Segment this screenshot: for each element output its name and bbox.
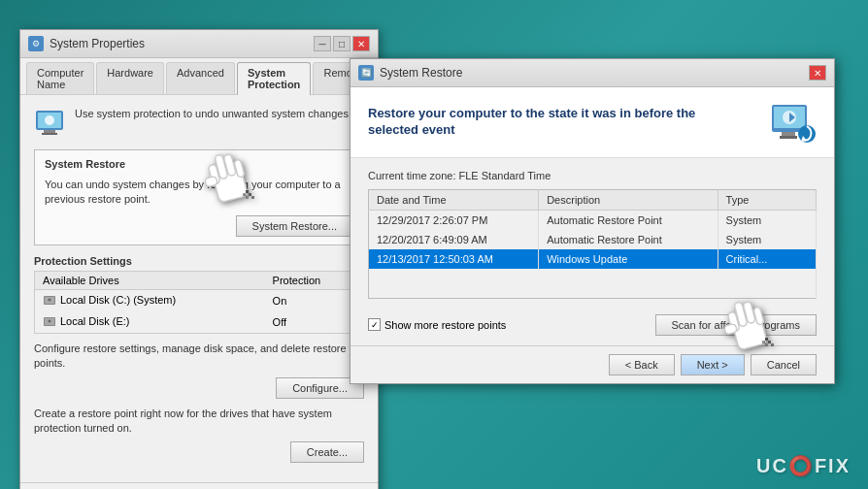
table-row[interactable]: Local Disk (E:) Off [35,311,364,334]
system-properties-title: ⚙ System Properties [28,36,145,51]
svg-point-10 [49,319,51,322]
sr-nav-buttons: < Back Next > Cancel [351,345,834,383]
tab-computer-name[interactable]: Computer Name [26,62,94,94]
svg-point-7 [49,298,51,301]
maximize-button[interactable]: □ [333,36,351,51]
col-type: Type [718,190,816,211]
tab-system-protection[interactable]: System Protection [237,62,312,95]
system-properties-content: Use system protection to undo unwanted s… [20,95,378,482]
drive-name-c: Local Disk (C:) (System) [35,289,265,311]
rp2-desc: Automatic Restore Point [539,230,718,249]
sr-content: Restore your computer to the state it wa… [351,87,834,345]
system-restore-window-icon: 🔄 [358,65,374,81]
create-text: Create a restore point right now for the… [34,407,364,437]
restore-point-row-2[interactable]: 12/20/2017 6:49:09 AM Automatic Restore … [369,230,817,249]
configure-text: Configure restore settings, manage disk … [34,342,364,372]
restore-point-empty-row [369,269,817,298]
scan-affected-button[interactable]: Scan for affected programs [655,314,817,336]
protection-settings: Protection Settings Available Drives Pro… [34,255,364,464]
system-properties-titlebar: ⚙ System Properties ─ □ ✕ [20,30,378,58]
tab-hardware[interactable]: Hardware [96,62,164,94]
watermark: UC⭕FIX [756,454,851,477]
sr-main-title: Restore your computer to the state it wa… [368,106,698,139]
back-button[interactable]: < Back [609,354,675,375]
svg-point-4 [45,115,54,125]
show-more-checkbox[interactable]: ✓ [368,318,381,331]
create-button[interactable]: Create... [290,441,364,463]
drives-col-available: Available Drives [35,271,265,289]
system-restore-titlebar: 🔄 System Restore ✕ [351,59,834,87]
drive-name-e: Local Disk (E:) [35,311,265,334]
sr-timezone: Current time zone: FLE Standard Time [368,170,817,181]
svg-rect-2 [44,130,55,133]
svg-rect-24 [782,132,795,136]
bottom-buttons: OK Cancel Apply [20,482,378,489]
sr-close-button[interactable]: ✕ [809,65,826,81]
system-restore-title-label: 🔄 System Restore [358,65,462,81]
system-properties-window: ⚙ System Properties ─ □ ✕ Computer Name … [19,29,379,489]
close-button[interactable]: ✕ [352,36,370,51]
rp3-type: Critical... [718,249,816,269]
rp1-date: 12/29/2017 2:26:07 PM [369,211,539,231]
rp2-date: 12/20/2017 6:49:09 AM [369,230,539,249]
restore-point-row-1[interactable]: 12/29/2017 2:26:07 PM Automatic Restore … [369,211,817,231]
rp1-type: System [718,211,816,231]
sr-footer: ✓ Show more restore points Scan for affe… [368,309,817,336]
system-restore-button[interactable]: System Restore... [236,215,353,237]
restore-description: You can undo system changes by reverting… [45,178,353,208]
title-buttons: ─ □ ✕ [314,36,370,51]
system-icon [34,107,65,138]
system-properties-icon: ⚙ [28,36,44,51]
show-more-label: Show more restore points [384,319,506,331]
tabs-bar: Computer Name Hardware Advanced System P… [20,58,378,95]
system-restore-section: System Restore You can undo system chang… [34,149,364,245]
rp3-date: 12/13/2017 12:50:03 AM [369,249,539,269]
drives-table: Available Drives Protection Local Disk (… [34,271,364,334]
rp3-desc: Windows Update [539,249,718,269]
info-text: Use system protection to undo unwanted s… [75,107,351,121]
tab-advanced[interactable]: Advanced [166,62,235,94]
sr-header-section: Restore your computer to the state it wa… [351,87,834,158]
next-button[interactable]: Next > [681,354,745,375]
col-date-time: Date and Time [369,190,539,211]
restore-points-table: Date and Time Description Type 12/29/201… [368,189,817,299]
rp2-type: System [718,230,816,249]
svg-rect-25 [780,136,797,139]
protection-settings-title: Protection Settings [34,255,364,267]
table-row[interactable]: Local Disk (C:) (System) On [35,289,364,311]
sr-header-icon [770,99,817,146]
rp1-desc: Automatic Restore Point [539,211,718,231]
restore-point-row-3[interactable]: 12/13/2017 12:50:03 AM Windows Update Cr… [369,249,817,269]
system-restore-section-title: System Restore [45,158,353,170]
minimize-button[interactable]: ─ [314,36,331,51]
col-description: Description [539,190,718,211]
system-restore-window: 🔄 System Restore ✕ Restore your computer… [350,58,835,384]
info-row: Use system protection to undo unwanted s… [34,107,364,138]
sr-cancel-button[interactable]: Cancel [751,354,817,375]
sr-title-buttons: ✕ [809,65,826,81]
svg-rect-3 [42,133,57,135]
show-more-row: ✓ Show more restore points [368,318,506,331]
